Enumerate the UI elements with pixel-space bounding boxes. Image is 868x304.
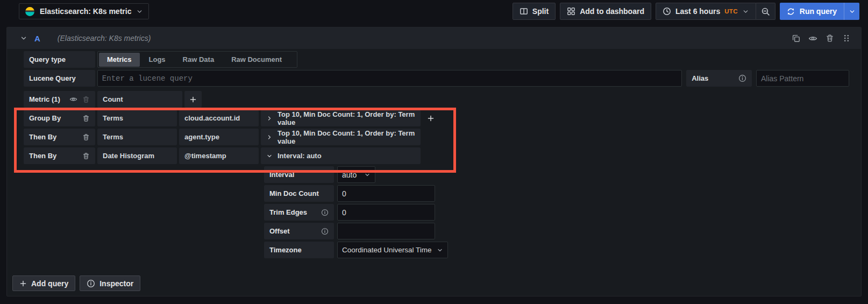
- metric-remove-trash-icon[interactable]: [82, 96, 90, 103]
- add-to-dashboard-button[interactable]: Add to dashboard: [560, 3, 651, 20]
- min-doc-count-label: Min Doc Count: [264, 185, 334, 202]
- time-picker-group: Last 6 hours UTC: [656, 3, 775, 20]
- tab-raw-document[interactable]: Raw Document: [223, 53, 290, 67]
- duplicate-query-icon[interactable]: [792, 34, 800, 43]
- info-icon[interactable]: [738, 74, 746, 82]
- remove-group-by-trash-icon[interactable]: [82, 115, 90, 122]
- metric-label: Metric (1): [24, 91, 95, 108]
- group-by-label: Group By: [24, 110, 95, 126]
- remove-group-by-trash-icon[interactable]: [82, 152, 90, 160]
- metric-type-select[interactable]: Count: [97, 91, 182, 108]
- run-query-button[interactable]: Run query: [780, 3, 844, 20]
- lucene-query-row: Lucene Query Alias: [24, 70, 849, 87]
- alias-pattern-input[interactable]: [756, 70, 849, 87]
- plus-icon: [427, 115, 435, 122]
- then-by-date-histogram-row: Then By Date Histogram @timestamp Interv…: [24, 147, 849, 164]
- chevron-down-icon: [742, 8, 749, 15]
- offset-label: Offset: [264, 223, 334, 239]
- explore-toolbar: Elasticsearch: K8s metric Split Add to d…: [0, 0, 868, 23]
- min-doc-count-input[interactable]: [337, 185, 435, 202]
- query-type-label: Query type: [24, 51, 95, 68]
- lucene-query-label: Lucene Query: [24, 70, 95, 87]
- chevron-right-icon: [266, 115, 273, 122]
- info-icon[interactable]: [321, 209, 329, 216]
- query-ref-id: A: [34, 34, 40, 43]
- field-select[interactable]: cloud.account.id: [179, 110, 259, 126]
- interval-setting-row: Interval auto: [264, 166, 849, 183]
- add-to-dashboard-label: Add to dashboard: [580, 7, 644, 16]
- interval-label: Interval: [264, 166, 334, 183]
- split-label: Split: [532, 7, 549, 16]
- info-icon[interactable]: [321, 228, 329, 235]
- timezone-row: Timezone Coordinated Universal Time: [264, 242, 849, 258]
- datasource-label: Elasticsearch: K8s metric: [40, 7, 131, 16]
- collapse-query-button[interactable]: [20, 34, 27, 42]
- delete-query-trash-icon[interactable]: [826, 34, 834, 43]
- drag-handle-grip-icon[interactable]: [842, 34, 851, 43]
- query-type-row: Query type Metrics Logs Raw Data Raw Doc…: [24, 51, 849, 68]
- group-by-row: Group By Terms cloud.account.id Top 10, …: [24, 110, 849, 126]
- search-minus-icon: [761, 7, 770, 16]
- metric-row: Metric (1) Count: [24, 91, 849, 108]
- run-query-dropdown-button[interactable]: [844, 3, 859, 20]
- query-row-header: A (Elasticsearch: K8s metrics): [7, 27, 861, 49]
- add-metric-button[interactable]: [184, 91, 202, 108]
- tab-raw-data[interactable]: Raw Data: [175, 53, 223, 67]
- plus-icon: [189, 96, 197, 103]
- datasource-picker[interactable]: Elasticsearch: K8s metric: [19, 3, 149, 19]
- then-by-label: Then By: [24, 129, 95, 145]
- chevron-down-icon: [266, 153, 273, 159]
- zoom-out-time-button[interactable]: [756, 3, 775, 20]
- timezone-badge: UTC: [724, 8, 738, 15]
- add-group-by-button[interactable]: [422, 110, 439, 126]
- split-button[interactable]: Split: [513, 3, 556, 20]
- trim-edges-input[interactable]: [337, 204, 435, 221]
- query-type-tabs: Metrics Logs Raw Data Raw Document: [97, 51, 297, 68]
- aggregation-select[interactable]: Date Histogram: [97, 147, 177, 164]
- toggle-visibility-eye-icon[interactable]: [808, 34, 817, 43]
- then-by-row: Then By Terms agent.type Top 10, Min Doc…: [24, 129, 849, 145]
- tab-metrics[interactable]: Metrics: [99, 53, 140, 67]
- chevron-right-icon: [266, 134, 273, 140]
- interval-select[interactable]: auto: [337, 166, 375, 183]
- field-select[interactable]: agent.type: [179, 129, 259, 145]
- metric-visibility-eye-icon[interactable]: [69, 95, 77, 103]
- trim-edges-row: Trim Edges: [264, 204, 849, 221]
- add-query-button[interactable]: Add query: [12, 275, 75, 291]
- time-range-label: Last 6 hours: [675, 7, 720, 16]
- bucket-settings-toggle-expanded[interactable]: Interval: auto: [261, 147, 421, 164]
- field-select[interactable]: @timestamp: [179, 147, 259, 164]
- bucket-settings-toggle[interactable]: Top 10, Min Doc Count: 1, Order by: Term…: [261, 110, 421, 126]
- time-range-button[interactable]: Last 6 hours UTC: [656, 3, 756, 20]
- tab-logs[interactable]: Logs: [141, 53, 174, 67]
- split-icon: [520, 7, 528, 16]
- remove-group-by-trash-icon[interactable]: [82, 133, 90, 141]
- then-by-label: Then By: [24, 147, 95, 164]
- chevron-down-icon: [136, 8, 143, 15]
- chevron-down-icon: [849, 8, 856, 15]
- query-row-actions: [792, 34, 851, 43]
- query-editor-panel: A (Elasticsearch: K8s metrics) Query typ…: [6, 27, 862, 296]
- query-editor-form: Query type Metrics Logs Raw Data Raw Doc…: [7, 49, 861, 258]
- run-query-group: Run query: [780, 3, 859, 20]
- lucene-query-input[interactable]: [97, 70, 682, 87]
- explore-page: Elasticsearch: K8s metric Split Add to d…: [0, 0, 868, 304]
- bucket-settings-toggle[interactable]: Top 10, Min Doc Count: 1, Order by: Term…: [261, 129, 421, 145]
- timezone-select[interactable]: Coordinated Universal Time: [337, 242, 448, 258]
- trim-edges-label: Trim Edges: [264, 204, 334, 221]
- query-editor-footer: Add query Inspector: [12, 275, 140, 291]
- timezone-label: Timezone: [264, 242, 334, 258]
- min-doc-count-row: Min Doc Count: [264, 185, 849, 202]
- offset-row: Offset: [264, 223, 849, 239]
- clock-icon: [663, 7, 671, 16]
- elasticsearch-logo-icon: [25, 6, 35, 17]
- aggregation-select[interactable]: Terms: [97, 129, 177, 145]
- chevron-down-icon: [20, 34, 27, 42]
- toolbar-actions: Split Add to dashboard Last 6 hours UTC: [513, 3, 859, 20]
- offset-input[interactable]: [337, 223, 435, 239]
- apps-grid-icon: [567, 7, 575, 16]
- chevron-down-icon: [364, 172, 371, 178]
- inspector-button[interactable]: Inspector: [80, 275, 140, 291]
- aggregation-select[interactable]: Terms: [97, 110, 177, 126]
- plus-icon: [19, 280, 27, 287]
